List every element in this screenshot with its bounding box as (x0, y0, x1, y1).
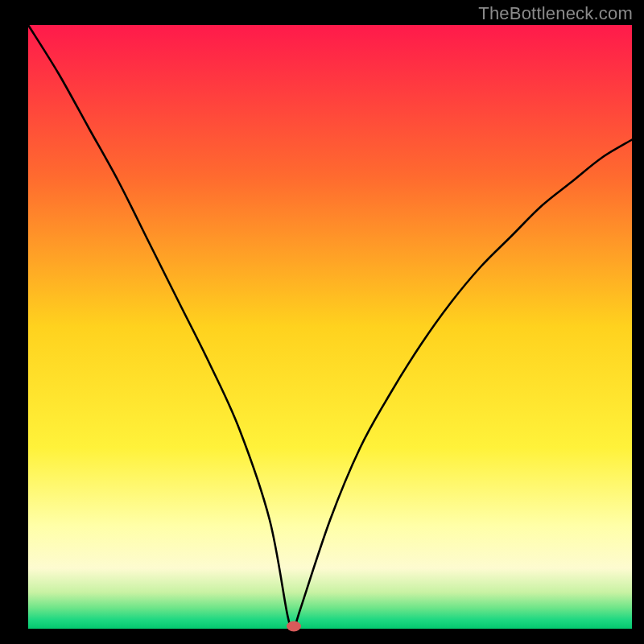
chart-container: TheBottleneck.com (0, 0, 644, 644)
optimum-marker (287, 621, 301, 632)
watermark-text: TheBottleneck.com (478, 3, 633, 24)
plot-background (28, 25, 632, 629)
bottleneck-chart (0, 0, 644, 644)
